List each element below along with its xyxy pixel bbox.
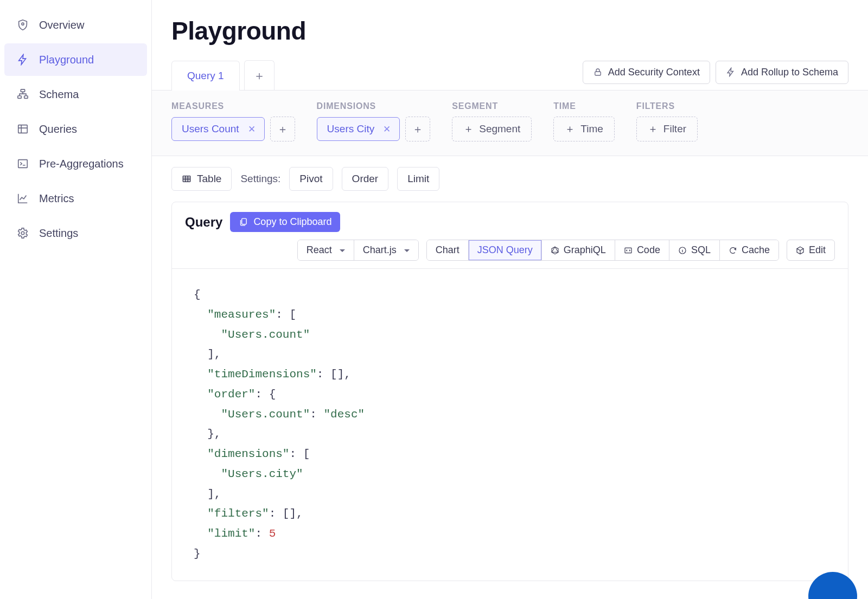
sidebar-item-label: Pre-Aggregations	[39, 158, 124, 170]
sql-tab[interactable]: SQL	[669, 240, 719, 260]
svg-rect-2	[18, 96, 21, 99]
sidebar-item-label: Playground	[39, 54, 94, 66]
tabs-row: Query 1 ＋ Add Security Context Add Rollu…	[171, 60, 848, 90]
sidebar: Overview Playground Schema Queries Pre-A…	[0, 0, 152, 599]
bolt-icon	[726, 67, 736, 77]
filters-label: FILTERS	[636, 101, 698, 111]
schema-icon	[16, 88, 29, 101]
button-label: Table	[197, 173, 221, 185]
add-rollup-button[interactable]: Add Rollup to Schema	[716, 61, 848, 84]
segment-column: SEGMENT ＋ Segment	[452, 101, 532, 141]
framework-select[interactable]: React	[298, 240, 354, 260]
order-button[interactable]: Order	[342, 167, 389, 191]
page-title: Playground	[171, 16, 848, 46]
svg-rect-1	[21, 89, 24, 92]
add-security-context-button[interactable]: Add Security Context	[583, 61, 710, 84]
cube-icon	[796, 246, 805, 255]
button-label: Edit	[809, 244, 826, 256]
add-dimension-button[interactable]: ＋	[405, 117, 430, 141]
add-label: Segment	[479, 123, 520, 135]
info-icon	[678, 246, 687, 255]
add-label: Time	[580, 123, 603, 135]
add-label: Filter	[663, 123, 686, 135]
view-toolbar: Table Settings: Pivot Order Limit	[152, 156, 868, 202]
filters-column: FILTERS ＋ Filter	[636, 101, 698, 141]
tab-query-1[interactable]: Query 1	[171, 61, 240, 91]
query-actions: React Chart.js Chart JSON Query GraphiQL…	[172, 240, 848, 269]
json-query-tab[interactable]: JSON Query	[468, 240, 541, 260]
add-measure-button[interactable]: ＋	[270, 117, 295, 141]
tabs: Query 1 ＋	[171, 60, 275, 90]
graphiql-tab[interactable]: GraphiQL	[541, 240, 615, 260]
dimensions-label: DIMENSIONS	[317, 101, 431, 111]
query-builder: MEASURES Users Count ✕ ＋ DIMENSIONS User…	[152, 91, 868, 156]
dimensions-column: DIMENSIONS Users City ✕ ＋	[317, 101, 431, 141]
gear-icon	[16, 227, 29, 240]
sidebar-item-overview[interactable]: Overview	[4, 9, 147, 41]
query-card: Query Copy to Clipboard React Chart.js C…	[171, 202, 848, 581]
shield-icon	[16, 18, 29, 31]
cache-tab[interactable]: Cache	[719, 240, 778, 260]
svg-rect-8	[183, 176, 190, 182]
sidebar-item-label: Settings	[39, 227, 78, 240]
svg-point-0	[22, 23, 24, 25]
graphql-icon	[551, 246, 559, 255]
table-icon	[16, 123, 29, 136]
chartlib-select[interactable]: Chart.js	[354, 240, 418, 260]
sidebar-item-metrics[interactable]: Metrics	[4, 182, 147, 215]
chip-label: Users City	[327, 123, 375, 135]
add-time-button[interactable]: ＋ Time	[553, 117, 615, 141]
sidebar-item-queries[interactable]: Queries	[4, 113, 147, 145]
sidebar-item-label: Overview	[39, 19, 84, 31]
sidebar-item-label: Metrics	[39, 192, 74, 205]
framework-select-group: React Chart.js	[297, 240, 419, 261]
chip-remove-icon[interactable]: ✕	[381, 124, 393, 135]
measures-label: MEASURES	[171, 101, 295, 111]
table-view-button[interactable]: Table	[171, 167, 232, 191]
chart-icon	[16, 192, 29, 205]
plus-icon: ＋	[277, 122, 288, 137]
chip-label: Users Count	[182, 123, 239, 135]
plus-icon: ＋	[412, 122, 423, 137]
sidebar-item-settings[interactable]: Settings	[4, 217, 147, 249]
svg-rect-3	[24, 96, 28, 99]
add-filter-button[interactable]: ＋ Filter	[636, 117, 698, 141]
chip-remove-icon[interactable]: ✕	[246, 124, 258, 135]
json-query-code: { "measures": [ "Users.count" ], "timeDi…	[172, 269, 848, 581]
svg-rect-5	[18, 160, 28, 168]
add-tab-button[interactable]: ＋	[244, 60, 275, 91]
dimension-chip[interactable]: Users City ✕	[317, 117, 400, 141]
main: Playground Query 1 ＋ Add Security Contex…	[152, 0, 868, 599]
plus-icon: ＋	[463, 122, 474, 136]
plus-icon: ＋	[565, 122, 575, 136]
edit-button[interactable]: Edit	[787, 240, 835, 261]
sidebar-item-preaggregations[interactable]: Pre-Aggregations	[4, 147, 147, 180]
button-label: Add Rollup to Schema	[741, 67, 838, 78]
sidebar-item-schema[interactable]: Schema	[4, 78, 147, 111]
query-head: Query Copy to Clipboard	[172, 202, 848, 240]
segment-label: SEGMENT	[452, 101, 532, 111]
chart-tab[interactable]: Chart	[427, 240, 468, 260]
measures-column: MEASURES Users Count ✕ ＋	[171, 101, 295, 141]
code-tab[interactable]: Code	[615, 240, 669, 260]
copy-to-clipboard-button[interactable]: Copy to Clipboard	[230, 212, 340, 232]
pivot-button[interactable]: Pivot	[289, 167, 333, 191]
limit-button[interactable]: Limit	[397, 167, 439, 191]
settings-label: Settings:	[240, 173, 280, 185]
measure-chip[interactable]: Users Count ✕	[171, 117, 265, 141]
svg-point-6	[21, 231, 24, 235]
svg-rect-10	[625, 248, 631, 253]
add-segment-button[interactable]: ＋ Segment	[452, 117, 532, 141]
svg-rect-4	[18, 125, 28, 133]
terminal-icon	[16, 157, 29, 170]
sidebar-item-playground[interactable]: Playground	[4, 43, 147, 76]
sidebar-item-label: Schema	[39, 88, 79, 101]
top-actions: Add Security Context Add Rollup to Schem…	[583, 61, 848, 84]
bolt-icon	[16, 53, 29, 66]
time-label: TIME	[553, 101, 615, 111]
header: Playground Query 1 ＋ Add Security Contex…	[152, 0, 868, 91]
table-icon	[182, 174, 192, 184]
sidebar-item-label: Queries	[39, 123, 77, 136]
lock-icon	[593, 67, 603, 77]
plus-icon: ＋	[253, 68, 265, 84]
